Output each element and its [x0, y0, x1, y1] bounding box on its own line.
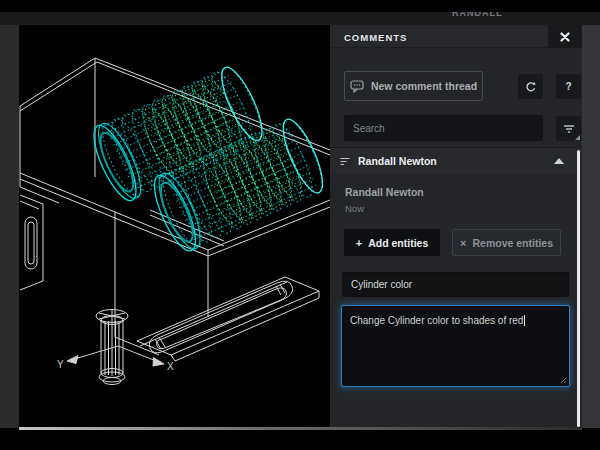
- comment-text: Change Cylinder color to shades of red: [350, 315, 523, 326]
- left-gutter: [0, 25, 19, 428]
- remove-entities-button[interactable]: × Remove entities: [452, 229, 561, 256]
- help-button[interactable]: ?: [556, 74, 581, 99]
- window-bottom-edge: [19, 427, 582, 430]
- comment-title-input[interactable]: [342, 272, 569, 297]
- collapse-thread-icon[interactable]: [554, 158, 564, 164]
- new-comment-thread-label: New comment thread: [371, 80, 477, 92]
- close-icon: [560, 32, 570, 42]
- x-icon: ×: [460, 237, 466, 249]
- thread-header[interactable]: Randall Newton: [330, 148, 576, 174]
- top-bar-user-label: RANDALL: [452, 12, 503, 18]
- axis-x-label: X: [167, 361, 174, 372]
- close-panel-button[interactable]: [548, 25, 582, 48]
- cyan-cylinder-1: [86, 62, 270, 206]
- add-entities-label: Add entities: [368, 237, 428, 249]
- filter-icon: [563, 124, 575, 134]
- resize-grip-icon[interactable]: [559, 376, 567, 384]
- remove-entities-label: Remove entities: [472, 237, 553, 249]
- speech-bubble-icon: [350, 80, 364, 93]
- flyout-corner-icon: [575, 135, 580, 140]
- comment-author: Randall Newton: [345, 186, 424, 198]
- new-comment-thread-button[interactable]: New comment thread: [344, 71, 483, 101]
- add-entities-button[interactable]: + Add entities: [344, 229, 440, 256]
- plus-icon: +: [356, 237, 362, 249]
- refresh-icon: [525, 81, 537, 93]
- thread-entities-icon: [340, 157, 350, 166]
- panel-header: COMMENTS: [330, 25, 582, 48]
- search-input[interactable]: [344, 115, 543, 141]
- filter-comments-button[interactable]: [556, 116, 581, 141]
- text-caret: [524, 315, 525, 326]
- panel-title: COMMENTS: [344, 32, 407, 43]
- top-bar: RANDALL: [0, 12, 600, 25]
- comment-thread: Randall Newton Randall Newton Now + Add …: [330, 148, 576, 428]
- thread-title: Randall Newton: [358, 155, 437, 167]
- comment-textarea[interactable]: Change Cylinder color to shades of red: [341, 305, 570, 387]
- cad-viewport[interactable]: Y X: [19, 25, 330, 428]
- screen: RANDALL: [0, 0, 600, 450]
- panel-scrollbar[interactable]: [577, 150, 580, 427]
- comments-panel: COMMENTS New comment thread ?: [330, 25, 582, 428]
- help-label: ?: [565, 81, 571, 92]
- comment-timestamp: Now: [345, 203, 364, 214]
- cyan-cylinder-2: [146, 114, 330, 256]
- refresh-comments-button[interactable]: [518, 74, 543, 99]
- cad-drawing: Y X: [19, 25, 330, 428]
- right-gutter: [582, 25, 600, 428]
- axis-y-label: Y: [57, 359, 64, 370]
- thread-list: Randall Newton Randall Newton Now + Add …: [330, 147, 576, 428]
- wireframe-housing: [20, 58, 330, 385]
